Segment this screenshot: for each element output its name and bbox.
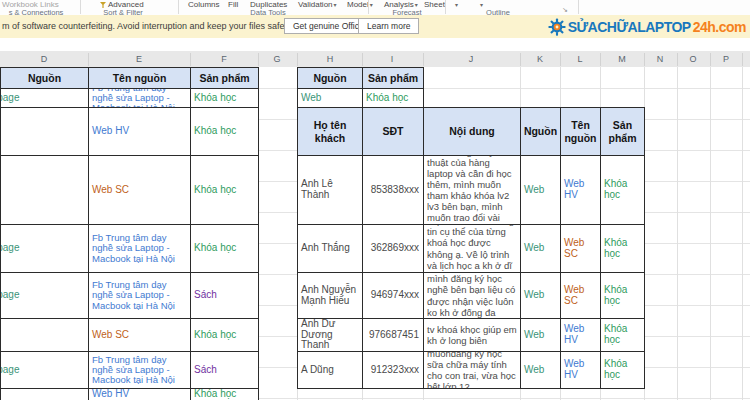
table-header-cell[interactable]: Nguồn <box>0 67 89 89</box>
column-header-I[interactable]: I <box>391 54 394 64</box>
cell-phone[interactable]: 946974xxx <box>362 272 424 319</box>
column-header-K[interactable]: K <box>537 54 543 64</box>
table-header-cell[interactable]: Sản phẩm <box>190 67 259 89</box>
cell-customer-name[interactable]: Anh Thắng <box>297 224 363 273</box>
cell-source[interactable]: Web <box>520 318 561 352</box>
cell-customer-name[interactable]: Anh Lê Thành <box>297 155 363 225</box>
cell-source-name[interactable]: Web SC <box>560 272 601 319</box>
group-dropdown-caret-icon[interactable]: ▾ <box>455 1 458 8</box>
gear-icon <box>548 18 566 36</box>
column-header-D[interactable]: D <box>41 54 48 64</box>
cell-source[interactable]: Web <box>520 224 561 273</box>
column-separator <box>560 53 561 66</box>
genuine-office-banner: m of software counterfeiting. Avoid inte… <box>0 15 750 39</box>
table-header-cell[interactable]: Sản phẩm <box>600 107 645 156</box>
table-header-cell[interactable]: Sản phẩm <box>362 67 424 89</box>
cell-customer-name[interactable]: A Dũng <box>297 351 363 389</box>
table-header-cell[interactable]: Tên nguồn <box>88 67 191 89</box>
column-header-F[interactable]: F <box>221 54 227 64</box>
cell-product[interactable]: Khóa học <box>362 88 424 108</box>
cell-source-name[interactable]: Fb Trung tâm dạy nghề sửa Laptop - Macbo… <box>88 272 191 319</box>
cell-source-name[interactable]: Web SC <box>88 318 191 352</box>
column-header-N[interactable]: N <box>657 54 664 64</box>
cell-source[interactable]: Fanpage <box>0 272 89 319</box>
cell-product[interactable]: Khóa học <box>600 155 645 225</box>
gridline <box>710 67 711 400</box>
gridline <box>677 67 678 400</box>
cell-source[interactable]: Web <box>520 155 561 225</box>
cell-product[interactable]: Khóa học <box>190 224 259 273</box>
formula-bar[interactable] <box>0 38 750 52</box>
column-header-G[interactable]: G <box>273 54 280 64</box>
cell-source-name[interactable]: Fb Trung tâm dạy nghề sửa Laptop - Macbo… <box>88 224 191 273</box>
cell-customer-name[interactable]: Anh Nguyễn Mạnh Hiếu <box>297 272 363 319</box>
cell-source[interactable]: Web <box>0 318 89 352</box>
cell-phone[interactable]: 362869xxx <box>362 224 424 273</box>
cell-note[interactable]: mình đang là kỹ thuật của hàng laptop và… <box>423 155 521 225</box>
cell-source-name[interactable]: Web HV <box>560 318 601 352</box>
column-header-H[interactable]: H <box>327 54 334 64</box>
cell-source-name[interactable]: Web HV <box>88 107 191 156</box>
table-header-cell[interactable]: Nguồn <box>520 107 561 156</box>
cell-product[interactable]: Khóa học <box>600 224 645 273</box>
cell-source-name[interactable]: Web HV <box>88 388 191 400</box>
cell-phone[interactable]: 912323xxx <box>362 351 424 389</box>
cell-note[interactable]: mình đăng ký học nghề bên bạn liệu có đư… <box>423 272 521 319</box>
cell-product[interactable]: Khóa học <box>190 318 259 352</box>
column-header-E[interactable]: E <box>136 54 142 64</box>
cell-source[interactable]: Web <box>0 155 89 225</box>
cell-source-name[interactable]: Web HV <box>560 351 601 389</box>
table-header-cell[interactable]: Họ tên khách <box>297 107 363 156</box>
cell-source[interactable]: Web <box>520 351 561 389</box>
column-separator <box>258 53 259 66</box>
cell-product[interactable]: Sách <box>190 351 259 389</box>
cell-source[interactable]: Fanpage <box>0 224 89 273</box>
ribbon: Workbook Links Advanced Columns Fill Dup… <box>0 0 750 16</box>
table-header-cell[interactable]: Tên nguồn <box>560 107 601 156</box>
cell-product[interactable]: Khóa học <box>600 351 645 389</box>
ungroup-dropdown-caret-icon[interactable]: ▾ <box>480 1 483 8</box>
ribbon-item-columns[interactable]: Columns <box>188 0 220 9</box>
table-header-cell[interactable]: Nguồn <box>297 67 363 89</box>
cell-product[interactable]: Khóa học <box>600 318 645 352</box>
cell-source-name[interactable]: Web HV <box>560 155 601 225</box>
cell-product[interactable]: Khóa học <box>190 107 259 156</box>
cell-product[interactable]: Khóa học <box>190 388 259 400</box>
cell-source[interactable]: Web <box>0 388 89 400</box>
cell-product[interactable]: Khóa học <box>190 155 259 225</box>
cell-source-name[interactable]: Fb Trung tâm dạy nghề sửa Laptop - Macbo… <box>88 88 191 108</box>
cell-phone[interactable]: 853838xxx <box>362 155 424 225</box>
learn-more-button[interactable]: Learn more <box>358 18 419 34</box>
sheet-grid[interactable]: Nguồn Tên nguồn Sản phẩm Fanpage Fb Trun… <box>0 67 750 400</box>
cell-note[interactable]: tv khoá khọc giúp em kh ở long biên <box>423 318 521 352</box>
column-header-L[interactable]: L <box>577 54 582 64</box>
cell-note[interactable]: muốnđăng ký học sữa chữa máy tính cho co… <box>423 351 521 389</box>
column-header-P[interactable]: P <box>723 54 729 64</box>
cell-customer-name[interactable]: Anh Dư Dương Thanh <box>297 318 363 352</box>
column-separator <box>520 53 521 66</box>
cell-source[interactable]: Web <box>0 107 89 156</box>
table-header-cell[interactable]: SĐT <box>362 107 424 156</box>
column-separator <box>742 53 743 66</box>
column-header-J[interactable]: J <box>469 54 474 64</box>
column-separator <box>600 53 601 66</box>
cell-note[interactable]: chị cho em xin thông tin cụ thể của từng… <box>423 224 521 273</box>
column-header-O[interactable]: O <box>689 54 696 64</box>
cell-phone[interactable]: 976687451 <box>362 318 424 352</box>
cell-source[interactable]: Fanpage <box>0 88 89 108</box>
suachualaptop24h-logo: SỬACHỮALAPTOP24h.com <box>548 17 746 36</box>
cell-source-name[interactable]: Web SC <box>88 155 191 225</box>
column-header-M[interactable]: M <box>618 54 626 64</box>
cell-source[interactable]: Web <box>520 272 561 319</box>
cell-source-name[interactable]: Web SC <box>560 224 601 273</box>
outline-dialog-launcher-icon[interactable]: ↘ <box>562 6 568 14</box>
cell-source[interactable]: Fanpage <box>0 351 89 389</box>
cell-source[interactable]: Web <box>297 88 363 108</box>
ribbon-separator <box>368 0 369 14</box>
cell-product[interactable]: Khóa học <box>190 88 259 108</box>
table-header-cell[interactable]: Nội dung <box>423 107 521 156</box>
ribbon-separator <box>80 0 81 14</box>
cell-product[interactable]: Sách <box>190 272 259 319</box>
cell-source-name[interactable]: Fb Trung tâm dạy nghề sửa Laptop - Macbo… <box>88 351 191 389</box>
cell-product[interactable]: Khóa học <box>600 272 645 319</box>
